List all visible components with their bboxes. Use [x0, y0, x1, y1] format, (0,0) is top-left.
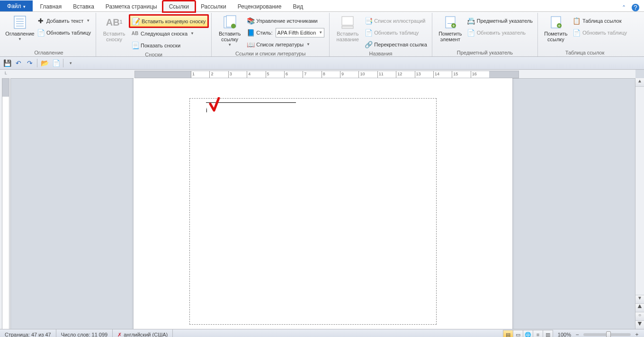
zoom-value[interactable]: 100% — [558, 332, 571, 337]
open-icon: 📂 — [41, 59, 49, 67]
tick-label: 2 — [211, 72, 213, 76]
insert-endnote-button[interactable]: 📝 Вставить концевую сноску — [129, 14, 209, 28]
bibliography-icon: 📖 — [247, 41, 254, 48]
vertical-ruler[interactable] — [0, 78, 11, 329]
insert-caption-button[interactable]: Вставить название — [332, 14, 363, 43]
manage-sources-button[interactable]: 📚 Управление источниками — [245, 15, 326, 27]
zoom-slider[interactable] — [583, 333, 631, 336]
bibliography-button[interactable]: 📖 Список литературы ▼ — [245, 38, 326, 50]
quick-access-toolbar: 💾 ↶ ↷ 📂 📄 ▾ — [0, 57, 644, 70]
tab-view[interactable]: Вид — [287, 1, 309, 11]
update-toa-label: Обновить таблицу — [582, 30, 627, 36]
redo-icon: ↷ — [27, 59, 33, 67]
update-tof-icon: 📄 — [365, 29, 372, 36]
dropdown-icon: ▼ — [18, 36, 22, 42]
group-footnotes: AB1 Вставить сноску 📝 Вставить концевую … — [96, 13, 212, 56]
cross-reference-button[interactable]: 🔗 Перекрестная ссылка — [363, 38, 429, 50]
citation-style-select[interactable]: 📘 Стиль: APA Fifth Edition ▼ — [245, 27, 326, 38]
insert-caption-label: Вставить название — [334, 31, 361, 42]
insert-citation-button[interactable]: Вставить ссылку ▼ — [215, 14, 245, 49]
update-tof-button[interactable]: 📄 Обновить таблицу — [363, 27, 429, 38]
tab-home[interactable]: Главная — [35, 1, 68, 11]
group-label-captions: Названия — [332, 50, 429, 57]
status-page[interactable]: Страница: 47 из 47 — [0, 329, 56, 337]
document-viewport[interactable]: i — [10, 78, 635, 329]
zoom-out-button[interactable]: − — [574, 331, 581, 337]
style-dropdown[interactable]: APA Fifth Edition ▼ — [276, 28, 325, 37]
qat-save-button[interactable]: 💾 — [2, 58, 12, 68]
tab-review[interactable]: Рецензирование — [232, 1, 287, 11]
style-value: APA Fifth Edition — [277, 30, 316, 36]
insert-index-button[interactable]: 📇 Предметный указатель — [465, 15, 535, 27]
view-print-layout[interactable]: ▤ — [503, 330, 513, 337]
table-of-contents-button[interactable]: Оглавление ▼ — [5, 14, 35, 43]
cross-reference-label: Перекрестная ссылка — [374, 42, 427, 47]
update-toa-icon: 📄 — [573, 29, 581, 36]
prev-page-button[interactable]: ⯅ — [635, 303, 644, 312]
view-full-screen[interactable]: ▭ — [513, 330, 523, 337]
insert-footnote-button[interactable]: AB1 Вставить сноску — [99, 14, 129, 43]
qat-new-button[interactable]: 📄 — [51, 58, 61, 68]
qat-undo-button[interactable]: ↶ — [13, 58, 24, 68]
scroll-up-button[interactable]: ▲ — [635, 78, 644, 87]
dropdown-icon: ▼ — [190, 31, 194, 36]
add-text-button[interactable]: ✚ Добавить текст ▼ — [35, 15, 93, 27]
mark-entry-label: Пометить элемент — [437, 31, 464, 42]
ribbon: Оглавление ▼ ✚ Добавить текст ▼ 📄 Обнови… — [0, 12, 644, 57]
browse-object-button[interactable]: ○ — [635, 312, 644, 320]
table-of-figures-button[interactable]: 📑 Список иллюстраций — [363, 15, 429, 27]
dropdown-icon: ▼ — [86, 18, 90, 23]
group-table-of-contents: Оглавление ▼ ✚ Добавить текст ▼ 📄 Обнови… — [2, 13, 96, 56]
ribbon-minimize-icon[interactable]: ˄ — [620, 4, 627, 11]
update-index-button[interactable]: 📄 Обновить указатель — [465, 27, 535, 38]
qat-separator — [63, 59, 63, 67]
view-web-layout[interactable]: 🌐 — [523, 330, 533, 337]
tab-references[interactable]: Ссылки — [163, 1, 195, 12]
endnote-marker[interactable]: i — [206, 107, 207, 114]
add-text-icon: ✚ — [37, 17, 45, 25]
tab-mailings[interactable]: Рассылки — [195, 1, 232, 11]
mark-index-entry-button[interactable]: —+ Пометить элемент — [435, 14, 465, 43]
qat-redo-button[interactable]: ↷ — [25, 58, 35, 68]
update-tof-label: Обновить таблицу — [374, 30, 419, 36]
tab-page-layout[interactable]: Разметка страницы — [100, 1, 163, 11]
add-text-label: Добавить текст — [46, 18, 83, 24]
mark-citation-label: Пометить ссылку — [543, 31, 569, 42]
dropdown-icon: ▼ — [228, 42, 232, 48]
page-text-area[interactable]: i — [189, 98, 437, 325]
help-icon[interactable]: ? — [632, 4, 639, 11]
page[interactable]: i — [134, 78, 512, 329]
show-notes-button[interactable]: 📃 Показать сноски — [129, 39, 208, 51]
insert-toa-button[interactable]: 📋 Таблица ссылок — [571, 15, 629, 27]
horizontal-ruler[interactable]: 1 2 3 4 5 6 7 8 9 10 11 12 13 14 15 16 — [10, 70, 635, 79]
manage-sources-label: Управление источниками — [256, 18, 317, 24]
next-page-button[interactable]: ⯆ — [635, 320, 644, 329]
update-toc-button[interactable]: 📄 Обновить таблицу — [35, 27, 93, 38]
next-footnote-button[interactable]: AB Следующая сноска ▼ — [129, 27, 208, 39]
save-icon: 💾 — [3, 59, 11, 67]
zoom-in-button[interactable]: + — [634, 331, 640, 337]
svg-rect-8 — [342, 17, 353, 25]
show-notes-label: Показать сноски — [141, 43, 180, 48]
zoom-slider-knob[interactable] — [606, 331, 611, 337]
scroll-down-button[interactable]: ▼ — [635, 295, 644, 303]
mark-citation-button[interactable]: + Пометить ссылку — [541, 14, 571, 43]
tab-file[interactable]: Файл — [0, 0, 33, 11]
qat-open-button[interactable]: 📂 — [39, 58, 50, 68]
view-draft[interactable]: ▥ — [543, 330, 553, 337]
ruler-corner[interactable]: └ — [0, 70, 11, 79]
qat-customize-button[interactable]: ▾ — [65, 58, 76, 68]
status-language[interactable]: ✗ английский (США) — [113, 329, 173, 337]
document-workarea: └ 1 2 3 4 5 6 7 8 9 10 11 12 13 14 15 16 — [0, 70, 644, 329]
insert-endnote-icon: 📝 — [132, 18, 140, 25]
status-bar: Страница: 47 из 47 Число слов: 11 099 ✗ … — [0, 329, 644, 337]
tick-label: 7 — [304, 72, 306, 76]
view-outline[interactable]: ≡ — [533, 330, 543, 337]
toc-icon — [12, 15, 27, 30]
vertical-scrollbar[interactable]: ▲ ▼ ⯅ ○ ⯆ — [635, 78, 644, 329]
status-word-count[interactable]: Число слов: 11 099 — [56, 329, 113, 337]
next-footnote-label: Следующая сноска — [141, 31, 188, 36]
tab-insert[interactable]: Вставка — [67, 1, 100, 11]
show-notes-icon: 📃 — [131, 42, 139, 49]
update-toa-button[interactable]: 📄 Обновить таблицу — [571, 27, 629, 38]
